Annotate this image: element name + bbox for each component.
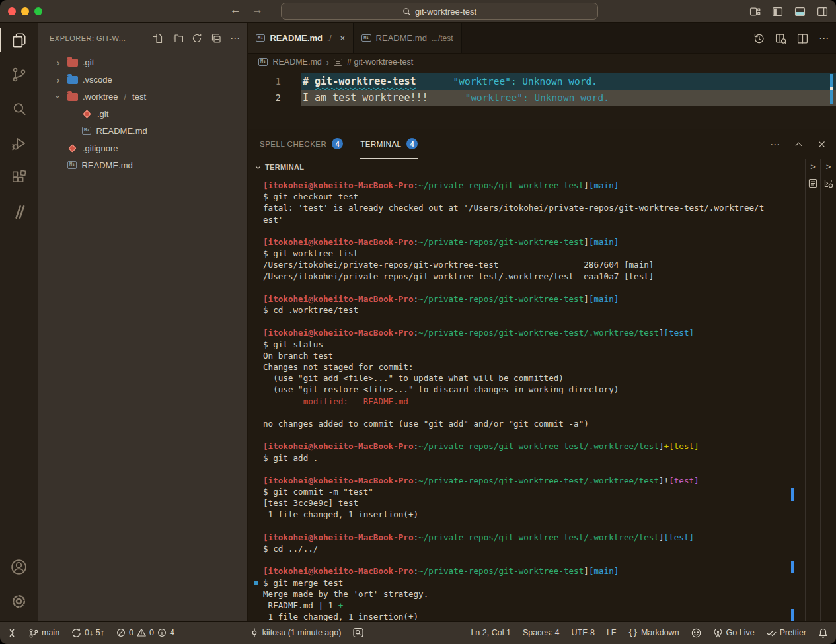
symbol-icon xyxy=(334,59,342,66)
tree-item-label: test xyxy=(132,92,146,102)
panel-bottom-icon[interactable] xyxy=(794,6,806,17)
refresh-icon[interactable] xyxy=(192,33,202,44)
activity-item-explorer[interactable] xyxy=(0,23,38,57)
activity-top xyxy=(0,23,38,229)
tab-terminal[interactable]: TERMINAL 4 xyxy=(360,129,418,159)
code-line[interactable]: 1# git-worktree-test"worktree": Unknown … xyxy=(248,73,836,90)
tab-path-hint: .../test xyxy=(432,34,453,43)
more-icon[interactable]: ⋯ xyxy=(819,32,829,44)
activity-item-search[interactable] xyxy=(0,92,38,126)
language-mode[interactable]: {}Markdown xyxy=(628,628,679,637)
search-editor-item[interactable] xyxy=(353,627,363,638)
chevron-right-icon[interactable]: > xyxy=(810,162,816,172)
activity-item-extensions[interactable] xyxy=(0,161,38,195)
terminal-output-icon[interactable] xyxy=(808,178,817,188)
activity-item-source-control[interactable] xyxy=(0,57,38,92)
terminal-line: 1 file changed, 1 insertion(+) xyxy=(263,509,802,520)
collapse-all-icon[interactable] xyxy=(211,33,221,44)
terminal-line: [test 3cc9e9c] test xyxy=(263,497,802,509)
tab-readme-root[interactable]: README.md ./ × xyxy=(248,23,354,53)
close-icon[interactable] xyxy=(817,139,827,149)
tab-spell-checker[interactable]: SPELL CHECKER 4 xyxy=(260,129,343,159)
slashes-icon xyxy=(11,203,28,221)
command-center[interactable]: git-worktree-test xyxy=(281,3,598,20)
line-number: 1 xyxy=(248,76,301,87)
eol[interactable]: LF xyxy=(607,628,617,637)
terminal-line: (use "git restore <file>..." to discard … xyxy=(263,384,802,395)
sync-item[interactable]: 0↓ 5↑ xyxy=(71,628,104,638)
history-icon[interactable] xyxy=(753,33,765,44)
split-icon[interactable] xyxy=(797,33,808,44)
terminal-line: $ cd .worktree/test xyxy=(263,304,802,316)
cursor-position-label: Ln 2, Col 1 xyxy=(471,628,510,637)
prettier[interactable]: Prettier xyxy=(767,628,806,638)
breadcrumb[interactable]: README.md › # git-worktree-test xyxy=(248,54,836,71)
minimize-window-button[interactable] xyxy=(21,7,29,15)
terminal-line xyxy=(263,316,802,327)
files-icon xyxy=(11,32,28,49)
chevron-right-icon[interactable]: > xyxy=(826,162,831,172)
spell-checker-badge: 4 xyxy=(332,138,343,149)
tree-item-readme-md[interactable]: README.md xyxy=(38,122,247,139)
breadcrumb-symbol[interactable]: # git-worktree-test xyxy=(347,57,413,67)
tree-item-readme-md[interactable]: README.md xyxy=(38,157,247,174)
terminal-line: [itokohei@koheiito-MacBook-Pro:~/private… xyxy=(263,475,802,486)
preview-icon[interactable] xyxy=(775,33,786,44)
new-file-icon[interactable] xyxy=(153,33,164,44)
code-line[interactable]: 2I am test worktree!!!"worktree": Unknow… xyxy=(248,90,836,107)
activity-item-accounts[interactable] xyxy=(0,550,38,584)
code-line-text: I am test worktree!!!"worktree": Unknown… xyxy=(301,90,836,107)
code-text: !!! xyxy=(410,92,428,104)
layout-icon[interactable] xyxy=(749,6,761,17)
tree-item--vscode[interactable]: ›.vscode xyxy=(38,71,247,88)
breadcrumb-file[interactable]: README.md xyxy=(272,57,321,67)
go-live[interactable]: Go Live xyxy=(713,628,755,638)
status-bar: main0↓ 5↑004kiitosu (1 minute ago) Ln 2,… xyxy=(0,621,836,644)
terminal-section-header[interactable]: TERMINAL xyxy=(248,159,836,176)
terminal-line: [itokohei@koheiito-MacBook-Pro:~/private… xyxy=(263,532,802,543)
command-scroll-marker xyxy=(791,561,794,573)
terminal-content[interactable]: [itokohei@koheiito-MacBook-Pro:~/private… xyxy=(263,180,802,621)
tree-item--worktree[interactable]: ›.worktree/test xyxy=(38,88,247,105)
terminal-line: [itokohei@koheiito-MacBook-Pro:~/private… xyxy=(263,327,802,338)
gitlens-commit-item[interactable]: kiitosu (1 minute ago) xyxy=(250,628,342,637)
panel-left-icon[interactable] xyxy=(772,6,783,17)
activity-item-run-debug[interactable] xyxy=(0,126,38,161)
launch-profile-icon[interactable] xyxy=(823,178,833,188)
more-icon[interactable]: ⋯ xyxy=(230,33,241,44)
terminal-line: /Users/itokohei/private-repos/git-worktr… xyxy=(263,259,802,270)
tree-item-label: .worktree xyxy=(83,92,118,102)
panel-right-icon[interactable] xyxy=(817,6,828,17)
activity-item-custom-extension[interactable] xyxy=(0,195,38,229)
tree-item--gitignore[interactable]: .gitignore xyxy=(38,139,247,157)
sync-icon xyxy=(71,628,81,638)
file-tree: ›.git›.vscode›.worktree/test.gitREADME.m… xyxy=(38,54,247,174)
cursor-position[interactable]: Ln 2, Col 1 xyxy=(471,628,510,637)
back-button[interactable]: ← xyxy=(230,3,241,17)
encoding[interactable]: UTF-8 xyxy=(571,628,594,637)
close-window-button[interactable] xyxy=(8,7,16,15)
remote-indicator[interactable] xyxy=(7,628,17,638)
vscode-folder-icon xyxy=(67,76,78,84)
terminal-line: 1 file changed, 1 insertion(+) xyxy=(263,611,802,621)
new-folder-icon[interactable] xyxy=(172,33,183,44)
notifications[interactable] xyxy=(818,628,828,638)
tree-item--git[interactable]: ›.git xyxy=(38,54,247,71)
zoom-window-button[interactable] xyxy=(34,7,42,15)
chevron-up-icon[interactable] xyxy=(794,139,804,149)
github-item[interactable] xyxy=(691,628,701,638)
branch-item[interactable]: main xyxy=(28,628,59,638)
activity-item-settings[interactable] xyxy=(0,584,38,618)
misspelled-word: git-worktree-test xyxy=(315,75,416,87)
close-tab-icon[interactable]: × xyxy=(340,33,346,43)
editor-content[interactable]: 1# git-worktree-test"worktree": Unknown … xyxy=(248,71,836,129)
problems-item[interactable]: 004 xyxy=(116,628,174,637)
more-icon[interactable]: ⋯ xyxy=(770,139,780,150)
tab-readme-test[interactable]: README.md .../test xyxy=(354,23,461,53)
indentation[interactable]: Spaces: 4 xyxy=(523,628,560,637)
forward-button[interactable]: → xyxy=(252,3,263,17)
tree-item--git[interactable]: .git xyxy=(38,105,247,122)
command-decoration-dot[interactable] xyxy=(254,581,258,585)
terminal-viewport[interactable]: [itokohei@koheiito-MacBook-Pro:~/private… xyxy=(248,176,805,621)
chevron-right-icon: › xyxy=(54,74,63,85)
